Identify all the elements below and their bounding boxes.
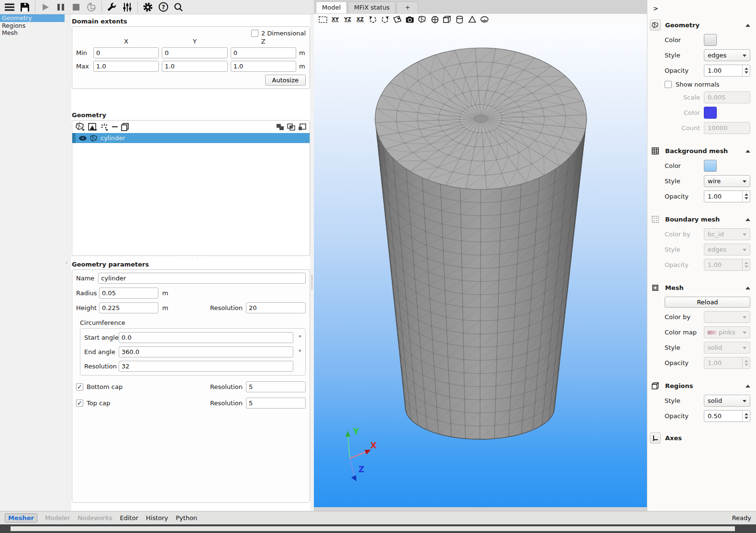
copy-geometry-button[interactable]	[121, 123, 129, 131]
menu-button[interactable]	[2, 0, 17, 13]
show-normals-label: Show normals	[676, 81, 720, 88]
collapse-panel-icon[interactable]: >	[653, 5, 661, 12]
geometry-color-swatch[interactable]	[704, 34, 717, 46]
bottom-cap-resolution-input[interactable]	[246, 381, 306, 392]
regions-style-dropdown[interactable]: solid	[704, 395, 750, 407]
visibility-eye-icon[interactable]	[78, 135, 87, 141]
start-angle-input[interactable]	[119, 332, 293, 343]
ymax-input[interactable]	[162, 61, 227, 72]
height-input[interactable]	[99, 302, 158, 313]
geometry-opacity-spinbox[interactable]: 1.00	[704, 65, 750, 77]
box-widget-button[interactable]	[442, 15, 453, 24]
settings-button[interactable]	[140, 0, 156, 13]
rotate-ccw-button[interactable]	[367, 15, 378, 24]
search-button[interactable]	[171, 0, 186, 13]
bottom-cap-label: Bottom cap	[87, 383, 122, 390]
collapse-arrow-icon[interactable]	[745, 150, 750, 153]
geometry-visible-button[interactable]	[417, 15, 428, 24]
collapse-arrow-icon[interactable]	[745, 287, 750, 289]
two-dimensional-label: 2 Dimensional	[261, 30, 306, 37]
screenshot-button[interactable]	[404, 15, 415, 24]
regions-opacity-spinbox[interactable]: 0.50	[704, 410, 750, 422]
regions-props-header[interactable]: Regions	[650, 380, 752, 391]
parameters-button[interactable]	[120, 0, 135, 13]
background-mesh-header[interactable]: Background mesh	[650, 145, 752, 156]
run-button[interactable]	[38, 0, 53, 13]
sphere-widget-button[interactable]	[429, 15, 440, 24]
sidebar-item-geometry[interactable]: Geometry	[0, 14, 65, 22]
viewport-bottom-splitter[interactable]: ......	[314, 507, 647, 511]
view-xy-button[interactable]: XY	[330, 15, 341, 24]
cone-widget-button[interactable]	[467, 15, 478, 24]
reload-button[interactable]: Reload	[665, 297, 750, 308]
form-gutter: ‹	[65, 14, 71, 511]
background-mesh-style-dropdown[interactable]: wire	[704, 175, 750, 187]
bottom-cap-checkbox[interactable]	[76, 383, 83, 390]
end-angle-input[interactable]	[119, 346, 293, 357]
intersect-button[interactable]	[287, 123, 295, 131]
view-yz-button[interactable]: YZ	[342, 15, 353, 24]
render-canvas[interactable]: Y X Z	[314, 25, 647, 507]
geometry-tree-item-cylinder[interactable]: cylinder	[72, 133, 310, 143]
show-normals-checkbox[interactable]	[665, 81, 672, 88]
geometry-props-header[interactable]: Geometry	[650, 20, 752, 31]
cylinder-widget-button[interactable]	[454, 15, 465, 24]
perspective-button[interactable]	[392, 15, 403, 24]
union-button[interactable]	[276, 123, 284, 131]
height-resolution-input[interactable]	[246, 302, 306, 313]
collapse-arrow-icon[interactable]	[745, 385, 750, 388]
zmax-input[interactable]	[231, 61, 296, 72]
panel-splitter[interactable]	[310, 14, 314, 511]
axes-props-header[interactable]: Axes	[650, 433, 752, 444]
difference-button[interactable]	[298, 123, 306, 131]
remove-geometry-button[interactable]	[111, 123, 118, 130]
background-mesh-opacity-spinbox[interactable]: 1.00	[704, 190, 750, 202]
reset-button[interactable]	[84, 0, 99, 13]
mode-history[interactable]: History	[146, 514, 168, 522]
two-dimensional-checkbox[interactable]	[251, 30, 258, 37]
wizard-button[interactable]	[100, 123, 109, 131]
boundary-mesh-header[interactable]: Boundary mesh	[650, 214, 752, 225]
sidebar-item-regions[interactable]: Regions	[0, 22, 65, 30]
visibility-button[interactable]	[479, 15, 490, 24]
add-geometry-button[interactable]	[76, 122, 85, 131]
save-button[interactable]	[17, 0, 33, 13]
end-angle-unit: °	[296, 348, 301, 355]
rotate-cw-button[interactable]	[379, 15, 390, 24]
zmin-input[interactable]	[231, 47, 296, 58]
mode-mesher[interactable]: Mesher	[5, 513, 37, 522]
view-xz-button[interactable]: XZ	[355, 15, 366, 24]
geometry-style-dropdown[interactable]: edges	[704, 49, 750, 61]
top-cap-label: Top cap	[87, 400, 110, 407]
collapse-left-icon[interactable]: ‹	[66, 260, 67, 265]
tab-model[interactable]: Model	[316, 1, 347, 13]
mode-editor[interactable]: Editor	[120, 514, 138, 522]
stop-button[interactable]	[68, 0, 84, 13]
mesh-props-header[interactable]: Mesh	[650, 282, 752, 293]
build-button[interactable]	[104, 0, 120, 13]
fit-view-button[interactable]	[317, 15, 328, 24]
tab-mfix-status[interactable]: MFiX status	[348, 1, 396, 13]
collapse-arrow-icon[interactable]	[745, 218, 750, 221]
xmin-input[interactable]	[93, 47, 159, 58]
ymin-input[interactable]	[162, 47, 227, 58]
autosize-button[interactable]: Autosize	[265, 75, 306, 86]
circumference-resolution-input[interactable]	[119, 361, 293, 372]
wrench-icon	[107, 2, 117, 12]
collapse-arrow-icon[interactable]	[745, 24, 750, 27]
sidebar-item-mesh[interactable]: Mesh	[0, 29, 65, 37]
splitter-handle[interactable]: . . . . . .	[72, 256, 310, 260]
help-button[interactable]: ?	[156, 0, 171, 13]
background-mesh-color-swatch[interactable]	[704, 160, 717, 172]
mesh-cube-icon	[650, 282, 661, 293]
top-cap-resolution-input[interactable]	[246, 398, 306, 409]
normals-color-swatch[interactable]	[704, 107, 717, 119]
add-filter-button[interactable]	[88, 123, 97, 131]
xmax-input[interactable]	[93, 61, 159, 72]
mode-python[interactable]: Python	[176, 514, 197, 522]
pause-button[interactable]	[53, 0, 68, 13]
radius-input[interactable]	[99, 288, 158, 299]
name-input[interactable]	[98, 273, 306, 284]
tab-add[interactable]: +	[397, 1, 418, 13]
top-cap-checkbox[interactable]	[76, 400, 83, 407]
